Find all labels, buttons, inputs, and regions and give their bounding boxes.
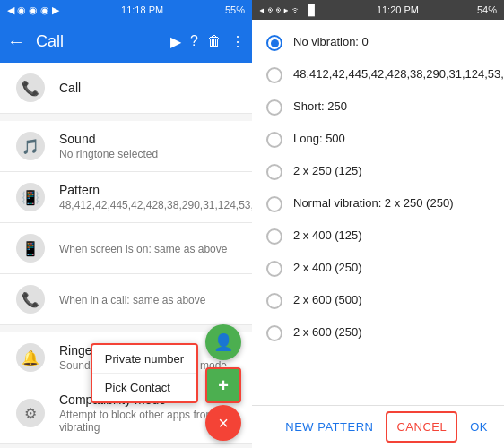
header-title: Call — [36, 32, 160, 51]
option-short[interactable]: Short: 250 — [252, 91, 504, 124]
option-2x400-125-label: 2 x 400 (125) — [293, 228, 362, 244]
radio-long-seq — [266, 67, 282, 83]
radio-2x400-125 — [266, 228, 282, 245]
call-icon: 📞 — [16, 73, 45, 102]
settings-item-in-call[interactable]: 📞 When in a call: same as above — [0, 274, 252, 325]
cancel-button[interactable]: CANCEL — [386, 411, 457, 443]
close-fab[interactable]: × — [205, 405, 241, 441]
call-title: Call — [59, 81, 238, 95]
settings-item-screen-on[interactable]: 📱 When screen is on: same as above — [0, 223, 252, 274]
status-icons-right: ◀ ◉ ◉ ▶ ᯤ ▐▌ — [259, 4, 318, 15]
help-icon[interactable]: ? — [190, 33, 198, 49]
settings-item-call[interactable]: 📞 Call — [0, 63, 252, 114]
ringer-icon-wrapper: 🔔 — [14, 341, 47, 374]
contact-fab[interactable]: 👤 — [205, 324, 241, 360]
option-normal[interactable]: Normal vibration: 2 x 250 (250) — [252, 188, 504, 220]
sound-subtitle: No ringtone selected — [59, 148, 238, 160]
status-bar-right: ◀ ◉ ◉ ▶ ᯤ ▐▌ 11:20 PM 54% — [252, 0, 504, 20]
fab-group: 👤 + — [205, 324, 241, 403]
radio-2x600-250 — [266, 325, 282, 341]
radio-2x250-125 — [266, 164, 282, 180]
status-icons-left: ◀ ◉ ◉ ◉ ▶ — [7, 4, 59, 16]
left-panel: ◀ ◉ ◉ ◉ ▶ 11:18 PM 55% ← Call ▶ ? 🗑 ⋮ 📞 … — [0, 0, 252, 448]
dialog-actions: NEW PATTERN CANCEL OK — [252, 405, 504, 448]
radio-normal — [266, 196, 282, 212]
delete-icon[interactable]: 🗑 — [207, 33, 222, 49]
option-2x600-500[interactable]: 2 x 600 (500) — [252, 285, 504, 317]
option-2x600-500-label: 2 x 600 (500) — [293, 292, 362, 308]
option-short-label: Short: 250 — [293, 99, 347, 115]
radio-long — [266, 132, 282, 148]
screen-on-title: When screen is on: same as above — [59, 243, 238, 255]
time-right: 11:20 PM — [377, 4, 419, 15]
sound-title: Sound — [59, 132, 238, 146]
option-normal-label: Normal vibration: 2 x 250 (250) — [293, 195, 453, 211]
option-2x600-250-label: 2 x 600 (250) — [293, 324, 362, 340]
settings-item-sound[interactable]: 🎵 Sound No ringtone selected — [0, 121, 252, 172]
option-no-vibration-label: No vibration: 0 — [293, 34, 369, 50]
battery-left: 55% — [225, 4, 245, 15]
pattern-subtitle: 48,412,42,445,42,428,38,290,31,124,53,49… — [59, 199, 252, 211]
context-menu: Private number Pick Contact — [91, 343, 198, 403]
ok-button[interactable]: OK — [461, 413, 497, 441]
status-bar-left: ◀ ◉ ◉ ◉ ▶ 11:18 PM 55% — [0, 0, 252, 20]
right-panel: ◀ ◉ ◉ ▶ ᯤ ▐▌ 11:20 PM 54% No vibration: … — [252, 0, 504, 448]
radio-short — [266, 99, 282, 116]
option-long-label: Long: 500 — [293, 131, 345, 147]
settings-item-pattern[interactable]: 📳 Pattern 48,412,42,445,42,428,38,290,31… — [0, 172, 252, 223]
option-2x400-250-label: 2 x 400 (250) — [293, 260, 362, 276]
compat-icon: ⚙ — [16, 399, 45, 427]
option-2x250-125-label: 2 x 250 (125) — [293, 163, 362, 179]
sound-icon: 🎵 — [16, 132, 45, 160]
option-long-seq-label: 48,412,42,445,42,428,38,290,31,124,53,49… — [293, 66, 504, 82]
time-left: 11:18 PM — [121, 4, 163, 15]
radio-2x600-500 — [266, 293, 282, 309]
pattern-icon-wrapper: 📳 — [14, 181, 47, 213]
option-no-vibration[interactable]: No vibration: 0 — [252, 27, 504, 59]
header-actions: ▶ ? 🗑 ⋮ — [170, 33, 245, 50]
in-call-title: When in a call: same as above — [59, 294, 238, 306]
option-2x400-125[interactable]: 2 x 400 (125) — [252, 220, 504, 253]
sound-icon-wrapper: 🎵 — [14, 130, 47, 162]
screen-on-icon: 📱 — [16, 234, 45, 263]
radio-2x400-250 — [266, 261, 282, 277]
pattern-title: Pattern — [59, 183, 252, 197]
private-number-option[interactable]: Private number — [92, 345, 196, 373]
new-pattern-button[interactable]: NEW PATTERN — [276, 413, 382, 441]
more-icon[interactable]: ⋮ — [230, 33, 245, 50]
app-header: ← Call ▶ ? 🗑 ⋮ — [0, 20, 252, 63]
option-long-seq[interactable]: 48,412,42,445,42,428,38,290,31,124,53,49… — [252, 59, 504, 91]
compat-icon-wrapper: ⚙ — [14, 397, 47, 429]
option-2x250-125[interactable]: 2 x 250 (125) — [252, 156, 504, 188]
pick-contact-option[interactable]: Pick Contact — [92, 373, 196, 401]
close-fab-wrapper: × — [205, 405, 241, 441]
screen-on-icon-wrapper: 📱 — [14, 232, 47, 264]
option-long[interactable]: Long: 500 — [252, 124, 504, 156]
call-icon-wrapper: 📞 — [14, 72, 47, 104]
play-icon[interactable]: ▶ — [170, 33, 181, 50]
option-2x600-250[interactable]: 2 x 600 (250) — [252, 317, 504, 349]
in-call-icon: 📞 — [16, 285, 45, 314]
vibration-options-list: No vibration: 0 48,412,42,445,42,428,38,… — [252, 20, 504, 405]
add-fab[interactable]: + — [205, 367, 241, 403]
pattern-icon: 📳 — [16, 183, 45, 211]
option-2x400-250[interactable]: 2 x 400 (250) — [252, 253, 504, 285]
radio-no-vibration — [266, 35, 282, 51]
back-button[interactable]: ← — [7, 31, 25, 52]
battery-right: 54% — [477, 4, 497, 15]
in-call-icon-wrapper: 📞 — [14, 283, 47, 315]
ringer-icon: 🔔 — [16, 343, 45, 372]
